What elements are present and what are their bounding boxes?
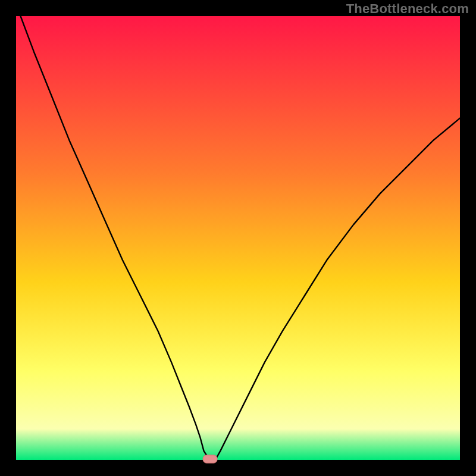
plot-background — [16, 16, 460, 460]
bottleneck-chart — [0, 0, 476, 476]
chart-frame: { "watermark": "TheBottleneck.com", "col… — [0, 0, 476, 476]
optimum-marker — [203, 455, 217, 463]
